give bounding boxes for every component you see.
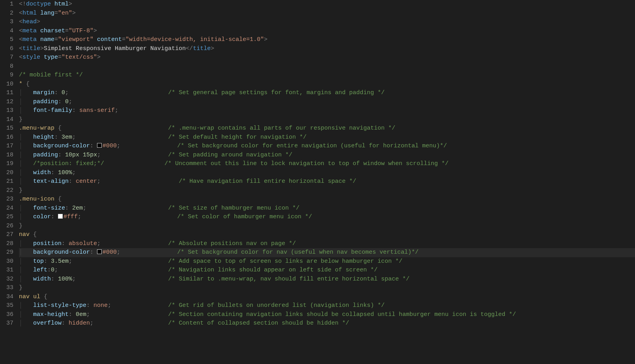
line-number: 8 — [0, 62, 13, 71]
line-number: 33 — [0, 284, 13, 293]
code-line[interactable]: │ background-color: #000; /* Set backgro… — [19, 142, 635, 151]
line-number: 26 — [0, 222, 13, 231]
line-number: 27 — [0, 230, 13, 240]
code-line[interactable]: } — [19, 284, 635, 293]
code-editor[interactable]: 1 2 3 4 5 6 7 8 9 10 11 12 13 14 15 16 1… — [0, 0, 635, 328]
code-line[interactable]: │ text-align: center; /* Have navigation… — [19, 177, 635, 186]
code-line[interactable]: <head> — [19, 18, 635, 27]
line-number: 30 — [0, 257, 13, 266]
code-line[interactable]: │ max-height: 0em; /* Section containing… — [19, 310, 635, 319]
code-line[interactable]: │ position: absolute; /* Absolute positi… — [19, 240, 635, 249]
code-line[interactable]: <meta charset="UTF-8"> — [19, 27, 635, 36]
line-number: 31 — [0, 266, 13, 275]
line-number: 19 — [0, 160, 13, 169]
code-line[interactable]: │ font-size: 2em; /* Set size of hamburg… — [19, 204, 635, 213]
code-line[interactable]: /* mobile first */ — [19, 71, 635, 80]
code-line[interactable]: * { — [19, 80, 635, 89]
color-swatch-icon — [97, 143, 102, 148]
line-number-gutter: 1 2 3 4 5 6 7 8 9 10 11 12 13 14 15 16 1… — [0, 0, 19, 328]
code-line[interactable]: │ width: 100%; — [19, 169, 635, 178]
code-line-active[interactable]: │ background-color: #000; /* Set backgro… — [19, 248, 635, 257]
line-number: 4 — [0, 27, 13, 36]
line-number: 12 — [0, 98, 13, 107]
line-number: 10 — [0, 80, 13, 89]
line-number: 13 — [0, 106, 13, 115]
line-number: 14 — [0, 115, 13, 124]
line-number: 20 — [0, 169, 13, 178]
line-number: 35 — [0, 301, 13, 310]
code-line[interactable] — [19, 62, 635, 71]
line-number: 32 — [0, 275, 13, 284]
code-line[interactable]: │ padding: 10px 15px; /* Set padding aro… — [19, 151, 635, 160]
line-number: 34 — [0, 293, 13, 302]
code-line[interactable]: nav { — [19, 230, 635, 240]
code-line[interactable]: } — [19, 186, 635, 195]
code-line[interactable]: <style type="text/css"> — [19, 53, 635, 62]
line-number: 36 — [0, 310, 13, 319]
code-line[interactable]: .menu-wrap { /* .menu-wrap contains all … — [19, 124, 635, 133]
code-area[interactable]: <!doctype html> <html lang="en"> <head> … — [19, 0, 635, 328]
code-line[interactable]: nav ul { — [19, 293, 635, 302]
line-number: 7 — [0, 53, 13, 62]
code-line[interactable]: │ top: 3.5em; /* Add space to top of scr… — [19, 257, 635, 266]
code-line[interactable]: │ list-style-type: none; /* Get rid of b… — [19, 301, 635, 310]
code-line[interactable]: │ overflow: hidden; /* Content of collap… — [19, 319, 635, 328]
code-line[interactable]: │ margin: 0; /* Set general page setting… — [19, 89, 635, 98]
line-number: 1 — [0, 0, 13, 9]
code-line[interactable]: <!doctype html> — [19, 0, 635, 9]
line-number: 17 — [0, 142, 13, 151]
line-number: 25 — [0, 213, 13, 222]
line-number: 15 — [0, 124, 13, 133]
line-number: 22 — [0, 186, 13, 195]
line-number: 2 — [0, 9, 13, 18]
code-line[interactable]: │ padding: 0; — [19, 98, 635, 107]
line-number: 18 — [0, 151, 13, 160]
code-line[interactable]: │ left:0; /* Navigation links should app… — [19, 266, 635, 275]
color-swatch-icon — [97, 249, 102, 254]
line-number: 21 — [0, 177, 13, 186]
code-line[interactable]: │ /*position: fixed;*/ /* Uncomment out … — [19, 160, 635, 169]
line-number: 11 — [0, 89, 13, 98]
color-swatch-icon — [58, 214, 63, 219]
code-line[interactable]: <html lang="en"> — [19, 9, 635, 18]
line-number: 16 — [0, 133, 13, 142]
line-number: 9 — [0, 71, 13, 80]
line-number: 28 — [0, 240, 13, 249]
code-line[interactable]: } — [19, 115, 635, 124]
code-line[interactable]: │ font-family: sans-serif; — [19, 106, 635, 115]
line-number: 5 — [0, 35, 13, 45]
line-number: 6 — [0, 45, 13, 54]
code-line[interactable]: } — [19, 222, 635, 231]
code-line[interactable]: <meta name="viewport" content="width=dev… — [19, 35, 635, 45]
line-number: 23 — [0, 195, 13, 204]
code-line[interactable]: │ width: 100%; /* Similar to .menu-wrap,… — [19, 275, 635, 284]
code-line[interactable]: .menu-icon { — [19, 195, 635, 204]
line-number: 24 — [0, 204, 13, 213]
code-line[interactable]: <title>Simplest Responsive Hamburger Nav… — [19, 45, 635, 54]
line-number: 29 — [0, 248, 13, 257]
code-line[interactable]: │ height: 3em; /* Set default height for… — [19, 133, 635, 142]
line-number: 3 — [0, 18, 13, 27]
line-number: 37 — [0, 319, 13, 328]
code-line[interactable]: │ color: #fff; /* Set color of hamburger… — [19, 213, 635, 222]
